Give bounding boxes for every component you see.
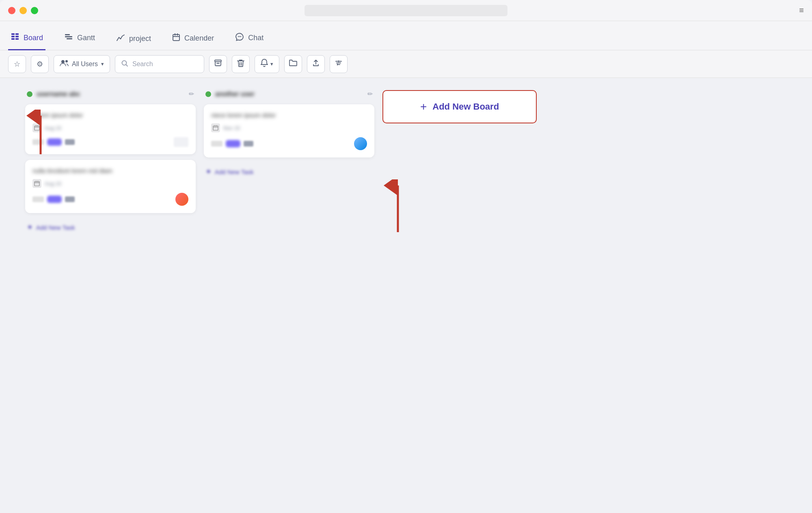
notification-button[interactable]: ▾ xyxy=(255,55,279,73)
col-header-1: username abc ✏ xyxy=(25,90,196,98)
svg-line-19 xyxy=(126,65,128,66)
tab-board[interactable]: Board xyxy=(8,27,45,50)
tab-chat[interactable]: Chat xyxy=(233,27,266,50)
tab-calender[interactable]: Calender xyxy=(170,28,216,50)
task-tag-purple-2 xyxy=(47,196,62,203)
star-icon: ☆ xyxy=(14,60,20,69)
left-strip xyxy=(10,90,17,252)
chevron-down-icon: ▾ xyxy=(101,61,104,67)
favorite-button[interactable]: ☆ xyxy=(8,55,26,73)
delete-button[interactable] xyxy=(232,55,250,73)
add-board-button[interactable]: + Add New Board xyxy=(382,90,537,123)
filter-button[interactable] xyxy=(330,55,348,73)
calender-icon xyxy=(172,33,180,43)
archive-icon xyxy=(214,59,222,69)
svg-rect-35 xyxy=(213,126,218,130)
tab-gantt[interactable]: Gantt xyxy=(62,27,97,50)
toolbar: ☆ ⚙ All Users ▾ xyxy=(0,50,812,78)
task-tag-gray-2 xyxy=(32,196,44,202)
task-card-3[interactable]: niece lorem ipsum dolor Nov 15 xyxy=(204,104,374,157)
board-icon xyxy=(11,32,19,43)
svg-rect-6 xyxy=(65,34,70,35)
nav-tabs: Board Gantt project xyxy=(0,21,812,50)
add-task-button-1[interactable]: ✦ Add New Task xyxy=(25,219,196,236)
svg-rect-3 xyxy=(15,33,19,35)
task-footer-2 xyxy=(32,193,188,206)
tab-chat-label: Chat xyxy=(248,34,263,42)
folder-button[interactable] xyxy=(284,55,302,73)
avatar-1 xyxy=(175,193,188,206)
svg-rect-27 xyxy=(35,126,39,130)
svg-rect-1 xyxy=(11,36,15,37)
svg-rect-5 xyxy=(15,38,19,40)
status-dot-1 xyxy=(27,91,32,97)
add-task-label-2: Add New Task xyxy=(215,168,254,175)
settings-button[interactable]: ⚙ xyxy=(31,55,49,73)
task-count-1 xyxy=(174,137,188,147)
svg-point-15 xyxy=(240,36,241,37)
tab-board-label: Board xyxy=(24,34,43,42)
all-users-label: All Users xyxy=(72,60,98,68)
add-board-container: + Add New Board xyxy=(382,90,537,252)
add-task-label-1: Add New Task xyxy=(36,224,75,231)
search-bar[interactable]: Search xyxy=(115,55,204,73)
search-icon xyxy=(121,60,128,69)
avatar-2 xyxy=(354,137,367,150)
task-tag-small-1 xyxy=(65,139,75,145)
tab-project-label: project xyxy=(129,34,151,43)
task-tags-1 xyxy=(32,138,75,146)
hamburger-icon[interactable]: ≡ xyxy=(799,6,804,15)
svg-rect-7 xyxy=(65,36,72,37)
traffic-lights xyxy=(8,7,38,14)
project-icon xyxy=(116,34,125,43)
col-header-2: another user ✏ xyxy=(204,90,374,98)
svg-point-14 xyxy=(239,36,240,37)
task-tag-gray-1 xyxy=(32,139,44,145)
svg-rect-31 xyxy=(35,181,39,186)
tab-gantt-label: Gantt xyxy=(77,34,95,42)
task-card-2[interactable]: nulla tincidunt lorem nisl diam Aug 15 xyxy=(25,160,196,213)
task-tags-2 xyxy=(32,196,75,203)
all-users-button[interactable]: All Users ▾ xyxy=(54,55,110,73)
archive-button[interactable] xyxy=(209,55,227,73)
gantt-icon xyxy=(64,32,73,43)
task-tag-small-2 xyxy=(65,196,75,202)
svg-point-16 xyxy=(61,60,65,63)
task-date-2: Aug 15 xyxy=(45,181,61,187)
export-button[interactable] xyxy=(307,55,325,73)
svg-rect-4 xyxy=(15,36,19,37)
edit-icon-2[interactable]: ✏ xyxy=(367,90,373,98)
task-title-1: Lorem ipsum dolor xyxy=(32,112,188,119)
minimize-button[interactable] xyxy=(19,7,27,14)
task-title-3: niece lorem ipsum dolor xyxy=(211,112,367,119)
add-task-button-2[interactable]: ✦ Add New Task xyxy=(204,163,374,180)
task-title-2: nulla tincidunt lorem nisl diam xyxy=(32,167,188,174)
task-meta-icon-1 xyxy=(32,123,41,132)
task-tag-gray-3 xyxy=(211,141,222,147)
task-meta-2: Aug 15 xyxy=(32,179,188,188)
tab-project[interactable]: project xyxy=(114,28,153,50)
trash-icon xyxy=(237,59,244,69)
close-button[interactable] xyxy=(8,7,15,14)
task-card-1[interactable]: Lorem ipsum dolor Aug 15 xyxy=(25,104,196,154)
kanban-column-1: username abc ✏ Lorem ipsum dolor xyxy=(25,90,196,252)
export-icon xyxy=(312,59,320,69)
maximize-button[interactable] xyxy=(31,7,38,14)
col-user-info-2: another user xyxy=(205,91,255,98)
svg-point-13 xyxy=(238,36,239,37)
col-user-info-1: username abc xyxy=(27,91,80,98)
col-user-name-1: username abc xyxy=(37,91,80,98)
svg-rect-0 xyxy=(11,33,15,35)
chevron-bell-down-icon: ▾ xyxy=(270,61,273,67)
url-bar[interactable] xyxy=(304,5,508,16)
task-meta-icon-2 xyxy=(32,179,41,188)
edit-icon-1[interactable]: ✏ xyxy=(189,90,194,98)
add-task-plus-icon-2: ✦ xyxy=(205,167,212,176)
svg-rect-8 xyxy=(67,38,72,39)
tab-calender-label: Calender xyxy=(184,34,214,43)
svg-point-17 xyxy=(65,60,68,63)
users-icon xyxy=(60,59,69,69)
add-board-label: Add New Board xyxy=(432,101,499,112)
titlebar: ≡ xyxy=(0,0,812,21)
task-date-3: Nov 15 xyxy=(223,125,240,131)
